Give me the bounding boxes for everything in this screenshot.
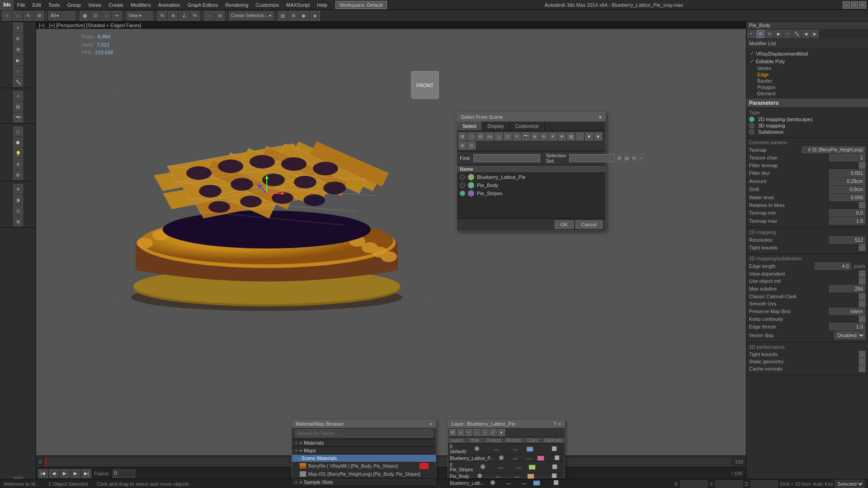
menu-file[interactable]: File xyxy=(14,1,29,9)
mat-browser-close[interactable]: × xyxy=(429,421,432,427)
goto-start-btn[interactable]: |◀ xyxy=(38,469,48,478)
pctsnap-btn[interactable]: % xyxy=(190,11,200,21)
snap3d-btn[interactable]: ⊕ xyxy=(168,11,178,21)
menu-modifiers[interactable]: Modifiers xyxy=(127,1,155,9)
ok-button[interactable]: OK xyxy=(555,221,574,229)
rotate-tool[interactable]: ↻ xyxy=(24,11,33,21)
shift-value[interactable]: 0.0cm xyxy=(829,186,865,193)
sub-item-element[interactable]: Element xyxy=(755,90,866,97)
modifier-item-vray[interactable]: ✓ VRayDisplacementMod xyxy=(748,50,866,57)
resolution-value[interactable]: 512 xyxy=(829,236,865,244)
hierarchy-panel-tab[interactable]: H xyxy=(765,30,774,38)
layer-close-btn[interactable]: × xyxy=(558,421,561,427)
sel-set-btn4[interactable]: ✓ xyxy=(639,154,644,162)
layer-color-3[interactable] xyxy=(526,474,545,479)
xyz-x-input[interactable] xyxy=(680,480,708,488)
create-panel-icon[interactable]: + xyxy=(13,23,23,33)
find-input[interactable] xyxy=(473,154,540,162)
layer-add-btn[interactable]: + xyxy=(465,429,472,436)
layer-row-4[interactable]: Blueberry_Latti... — — xyxy=(448,480,565,487)
select-invert-btn[interactable]: ⊟ xyxy=(476,132,485,141)
select-helpers-btn[interactable]: ⊕ xyxy=(531,132,539,141)
modify-panel-icon[interactable]: ⚙ xyxy=(13,33,23,43)
create-panel-tab[interactable]: + xyxy=(747,30,755,38)
layer-row-2[interactable]: # Pie_Stripes — — xyxy=(448,462,565,473)
minimize-button[interactable]: ─ xyxy=(843,1,850,9)
select-icon[interactable]: ⊹ xyxy=(13,91,23,101)
space-warps-icon[interactable]: ≋ xyxy=(13,159,23,169)
relative-bbox-check[interactable] xyxy=(859,202,865,208)
scene-item-1[interactable]: Pie_Body xyxy=(457,181,605,189)
material-editor-btn[interactable]: ◈ xyxy=(310,11,320,21)
menu-graph-editors[interactable]: Graph Editors xyxy=(184,1,222,9)
menu-tools[interactable]: Tools xyxy=(45,1,64,9)
display-panel-tab[interactable]: ○ xyxy=(783,30,792,38)
view-dependent-check[interactable] xyxy=(859,271,865,277)
paint-select-btn[interactable]: ✏ xyxy=(112,11,122,21)
close-button[interactable]: × xyxy=(859,1,866,9)
tight-bounds-check[interactable] xyxy=(859,351,865,357)
angsnap-btn[interactable]: ∠ xyxy=(179,11,189,21)
lights-icon[interactable]: 💡 xyxy=(13,148,23,158)
render-btn[interactable]: ▶ xyxy=(299,11,309,21)
filter-dropdown[interactable]: All ▾ xyxy=(48,11,75,20)
sel-set-btn1[interactable]: ⊞ xyxy=(617,154,622,162)
type-subdiv-radio[interactable] xyxy=(749,129,755,135)
amount-value[interactable]: 0.28cm xyxy=(829,178,865,185)
texmap-max-value[interactable]: 1.0 xyxy=(829,217,865,225)
select-col3-btn[interactable]: ⊞ xyxy=(458,141,467,150)
utilities-panel-icon[interactable]: 🔧 xyxy=(13,77,23,87)
layer-row-0[interactable]: 0 (default) — — xyxy=(448,444,565,455)
layer-color-0[interactable] xyxy=(525,446,545,452)
water-level-value[interactable]: 0.000 xyxy=(829,194,865,201)
move-tool[interactable]: ↔ xyxy=(13,11,23,21)
layer-row-1[interactable]: Blueberry_Lattice_P... — — xyxy=(448,455,565,462)
goto-end-btn[interactable]: ▶| xyxy=(81,469,91,478)
mat-item-0[interactable]: BerryPie ( VRayMtl ) [Pie_Body, Pie_Stri… xyxy=(292,462,436,470)
mat-section-maps-label[interactable]: + + Maps xyxy=(292,447,436,454)
autokey-filter[interactable]: Selected xyxy=(835,480,864,488)
xyz-z-input[interactable] xyxy=(751,480,778,488)
menu-animation[interactable]: Animation xyxy=(155,1,184,9)
menu-maxscript[interactable]: MAXScript xyxy=(283,1,313,9)
motion-panel-tab[interactable]: ▶ xyxy=(774,30,783,38)
mat-section-sample-label[interactable]: + + Sample Slots xyxy=(292,479,436,486)
rect-select-btn[interactable]: ⊡ xyxy=(90,11,100,21)
layer-color-4[interactable] xyxy=(532,480,548,486)
camera-icon[interactable]: 📷 xyxy=(13,113,23,122)
select-expand-btn[interactable]: ⊡ xyxy=(467,141,476,150)
select-shapes-btn[interactable]: ⊡ xyxy=(504,132,512,141)
select-cameras-btn[interactable]: 📷 xyxy=(522,132,530,141)
menu-edit[interactable]: Edit xyxy=(29,1,45,9)
select-by-name-btn[interactable]: ▦ xyxy=(80,11,90,21)
shapes-icon[interactable]: ⬢ xyxy=(13,137,23,147)
select-col2-btn[interactable]: ■ xyxy=(594,132,602,141)
menu-customize[interactable]: Customize xyxy=(252,1,283,9)
select-dialog-header[interactable]: Select From Scene × xyxy=(457,113,605,122)
layer-move-btn[interactable]: → xyxy=(481,429,489,436)
maximize-button[interactable]: □ xyxy=(851,1,858,9)
layer-color-2[interactable] xyxy=(528,465,546,470)
menu-help[interactable]: Help xyxy=(313,1,331,9)
edge-thresh-value[interactable]: 1.0 xyxy=(829,323,865,330)
display-panel-icon[interactable]: ○ xyxy=(13,66,23,76)
select-case-btn[interactable]: Aa xyxy=(486,132,494,141)
viewport-cube[interactable]: FRONT xyxy=(411,71,439,99)
isolate-icon[interactable]: ⊙ xyxy=(13,206,23,216)
menu-rendering[interactable]: Rendering xyxy=(222,1,252,9)
percentsnap-btn[interactable]: % xyxy=(157,11,167,21)
select-bones-btn[interactable]: ✦ xyxy=(549,132,557,141)
select-col1-btn[interactable]: ■ xyxy=(585,132,593,141)
layer-select-btn[interactable]: ✓ xyxy=(490,429,497,436)
link-icon[interactable]: ⛓ xyxy=(13,102,23,112)
preserve-map-border-value[interactable]: Intern xyxy=(829,308,865,315)
sub-item-edge[interactable]: Edge xyxy=(755,71,866,78)
customize-tab[interactable]: Customize xyxy=(510,122,545,131)
sub-item-border[interactable]: Border xyxy=(755,78,866,84)
filter-texmap-check[interactable] xyxy=(859,162,865,169)
select-tab[interactable]: Select xyxy=(457,122,482,131)
layer-settings-btn[interactable]: ⚙ xyxy=(449,429,456,436)
select-hidden-btn[interactable]: ◌ xyxy=(576,132,584,141)
lasso-select-btn[interactable]: ◌ xyxy=(101,11,111,21)
arrow-right-icon[interactable]: ▶ xyxy=(811,30,819,38)
